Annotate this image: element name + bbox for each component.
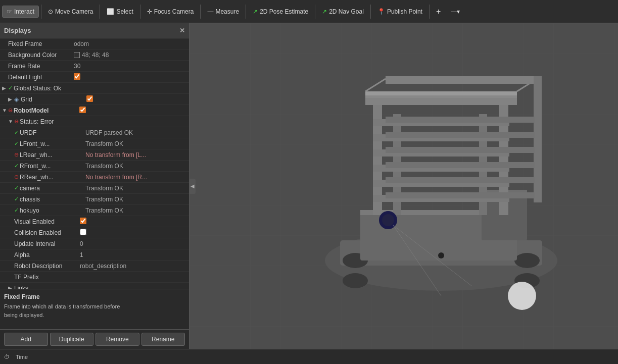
2d-nav-button[interactable]: ↗ 2D Nav Goal (317, 6, 368, 18)
info-panel: Fixed Frame Frame into which all data is… (0, 289, 189, 329)
update-interval-value: 0 (80, 240, 187, 247)
toolbar-separator-5 (246, 5, 246, 19)
remove-button[interactable]: Remove (96, 333, 139, 346)
tree-row-default-light[interactable]: Default Light (0, 72, 189, 83)
svg-rect-18 (373, 149, 509, 157)
2d-pose-label: 2D Pose Estimate (260, 8, 308, 15)
tree-row-global-status[interactable]: ▶ ✓ Global Status: Ok (0, 83, 189, 94)
tf-prefix-label: TF Prefix (14, 274, 80, 281)
svg-rect-32 (386, 76, 537, 84)
chassis-label: chassis (20, 196, 85, 203)
tree-row-tf-prefix[interactable]: TF Prefix (0, 272, 189, 283)
tree-row-urdf[interactable]: ✓ URDF URDF parsed OK (0, 127, 189, 138)
toolbar-separator-7 (370, 5, 371, 19)
robot-status-err-label: Status: Error (20, 118, 85, 125)
robot-model-checkbox[interactable] (79, 107, 86, 113)
default-light-label: Default Light (8, 74, 74, 81)
focus-camera-button[interactable]: ✛ Focus Camera (142, 6, 199, 18)
alpha-value: 1 (80, 251, 187, 258)
tree-row-lrear[interactable]: ⊖ LRear_wh... No transform from [L... (0, 149, 189, 161)
tree-row-chassis[interactable]: ✓ chassis Transform OK (0, 194, 189, 205)
expand-icon-rm: ▼ (2, 108, 8, 113)
expand-icon-gs: ▶ (2, 85, 8, 91)
svg-rect-8 (482, 190, 527, 240)
grid-checkbox[interactable] (86, 95, 93, 102)
collapse-handle[interactable]: ◀ (189, 179, 196, 194)
close-icon[interactable]: ✕ (179, 27, 185, 34)
tree-row-collision-enabled[interactable]: Collision Enabled (0, 227, 189, 238)
svg-point-23 (379, 211, 397, 229)
svg-line-27 (393, 225, 441, 296)
time-label: Time (16, 354, 28, 360)
publish-point-icon: 📍 (377, 8, 385, 15)
robot-model-svg (295, 43, 588, 326)
grid-label: Grid (21, 96, 86, 103)
tree-row-camera[interactable]: ✓ camera Transform OK (0, 183, 189, 194)
tree-row-links[interactable]: ▶ Links (0, 283, 189, 289)
move-camera-button[interactable]: ⊙ Move Camera (43, 6, 98, 18)
select-button[interactable]: ⬜ Select (102, 6, 137, 18)
visual-enabled-checkbox[interactable] (80, 218, 86, 224)
add-button[interactable]: Add (4, 333, 48, 346)
robot-description-value: robot_description (80, 263, 187, 270)
tree-row-robot-status-err[interactable]: ▼ ⊖ Status: Error (0, 116, 189, 127)
svg-rect-35 (386, 132, 535, 138)
tree-panel[interactable]: Fixed Frame odom Background Color 48; 48… (0, 38, 189, 289)
tree-row-alpha[interactable]: Alpha 1 (0, 249, 189, 261)
bg-color-label: Background Color (8, 51, 74, 59)
svg-point-25 (508, 282, 536, 310)
default-light-checkbox[interactable] (74, 73, 80, 80)
interact-button[interactable]: ☞ Interact (2, 6, 39, 18)
svg-point-24 (382, 214, 394, 226)
camera-ok-icon: ✓ (14, 185, 19, 191)
svg-rect-15 (365, 91, 517, 95)
tree-row-rfront[interactable]: ✓ RFront_w... Transform OK (0, 161, 189, 172)
lrear-value: No transform from [L... (85, 151, 187, 159)
tree-row-visual-enabled[interactable]: Visual Enabled (0, 216, 189, 227)
svg-rect-36 (386, 147, 535, 153)
tree-row-bg-color[interactable]: Background Color 48; 48; 48 (0, 49, 189, 61)
fixed-frame-value: odom (74, 40, 187, 47)
tree-row-robot-description[interactable]: Robot Description robot_description (0, 261, 189, 272)
interact-icon: ☞ (7, 8, 12, 15)
rfront-value: Transform OK (85, 163, 187, 170)
camera-label: camera (20, 185, 85, 192)
grid-diamond-icon: ◈ (14, 96, 19, 103)
tree-row-grid[interactable]: ▶ ◈ Grid (0, 94, 189, 105)
rename-button[interactable]: Rename (141, 333, 185, 346)
2d-pose-button[interactable]: ↗ 2D Pose Estimate (248, 6, 313, 18)
svg-rect-39 (386, 192, 535, 198)
tree-row-robot-model[interactable]: ▼ ⊖ RobotModel (0, 105, 189, 116)
measure-button[interactable]: — Measure (203, 6, 244, 18)
tree-row-fixed-frame[interactable]: Fixed Frame odom (0, 38, 189, 49)
svg-rect-13 (479, 114, 487, 215)
displays-title: Displays (4, 27, 31, 34)
svg-rect-9 (482, 190, 527, 196)
duplicate-button[interactable]: Duplicate (50, 333, 94, 346)
robot-status-err-icon: ⊖ (14, 118, 19, 125)
grid-checkbox-cell (86, 95, 185, 103)
tree-row-update-interval[interactable]: Update Interval 0 (0, 238, 189, 249)
svg-point-2 (343, 253, 368, 268)
tree-row-frame-rate[interactable]: Frame Rate 30 (0, 61, 189, 72)
lfront-label: LFront_w... (20, 140, 85, 147)
publish-point-button[interactable]: 📍 Publish Point (373, 6, 427, 18)
viewport[interactable]: ◀ (189, 23, 618, 349)
fixed-frame-label: Fixed Frame (8, 40, 74, 47)
bg-color-value: 48; 48; 48 (74, 51, 187, 59)
urdf-value: URDF parsed OK (85, 129, 187, 136)
svg-rect-37 (386, 162, 535, 168)
tree-row-rrear[interactable]: ⊖ RRear_wh... No transform from [R... (0, 172, 189, 183)
more-button[interactable]: —▾ (446, 6, 464, 18)
tree-row-hokuyo[interactable]: ✓ hokuyo Transform OK (0, 205, 189, 216)
move-camera-label: Move Camera (55, 8, 93, 15)
collision-enabled-checkbox[interactable] (80, 229, 86, 235)
move-camera-icon: ⊙ (48, 8, 53, 15)
frame-rate-label: Frame Rate (8, 63, 74, 70)
add-display-button[interactable]: + (432, 5, 445, 19)
robot-model-checkbox-cell (79, 107, 185, 115)
lrear-label: LRear_wh... (20, 151, 85, 159)
camera-value: Transform OK (85, 185, 187, 192)
tree-row-lfront[interactable]: ✓ LFront_w... Transform OK (0, 138, 189, 149)
svg-rect-11 (499, 94, 508, 215)
